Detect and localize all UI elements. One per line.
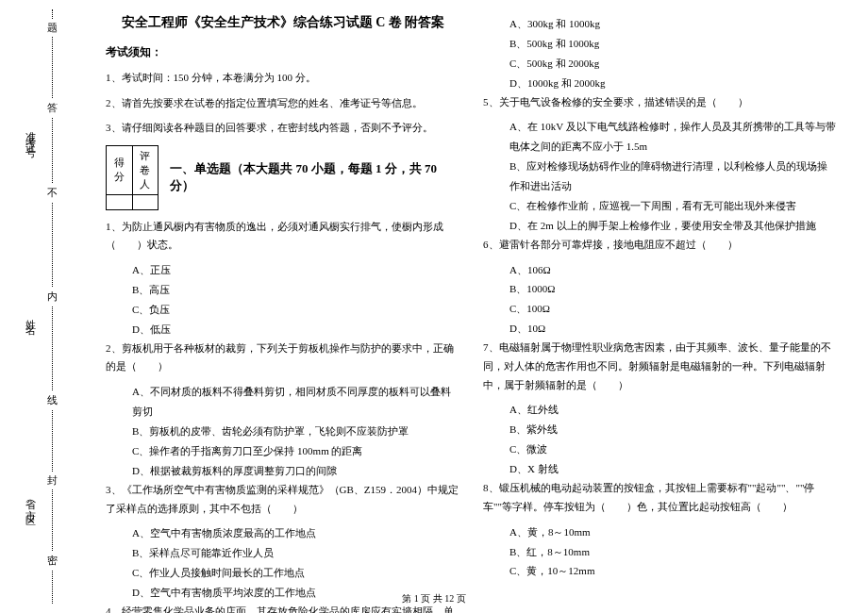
exam-title: 安全工程师《安全生产技术》综合练习试题 C 卷 附答案	[106, 14, 460, 31]
question-stem: 5、关于电气设备检修的安全要求，描述错误的是（ ）	[483, 93, 838, 112]
option: A、空气中有害物质浓度最高的工作地点	[106, 523, 460, 543]
question-stem: 2、剪板机用于各种板材的裁剪，下列关于剪板机操作与防护的要求中，正确的是（ ）	[106, 340, 460, 377]
option: C、微波	[483, 439, 838, 459]
question-stem: 8、锻压机械的电动起动装置的按钮盒，其按钮上需要标有""起动""、""停车""等…	[483, 479, 838, 517]
option: D、10Ω	[483, 319, 838, 339]
grader-cell	[132, 194, 159, 209]
option: B、剪板机的皮带、齿轮必须有防护罩，飞轮则不应装防护罩	[106, 422, 460, 441]
seal-char: 不	[47, 184, 58, 202]
column-right: A、300kg 和 1000kg B、500kg 和 1000kg C、500k…	[472, 14, 849, 613]
question-stem: 3、《工作场所空气中有害物质监测的采样规范》（GB、Z159．2004）中规定了…	[106, 481, 460, 519]
option: A、106Ω	[483, 260, 838, 280]
option: C、作业人员接触时间最长的工作地点	[106, 563, 460, 583]
question-stem: 7、电磁辐射属于物理性职业病危害因素，由于其频率、波长、量子能量的不同，对人体的…	[483, 339, 838, 394]
notice-item: 3、请仔细阅读各种题目的回答要求，在密封线内答题，否则不予评分。	[106, 120, 460, 136]
option: A、黄，8～10mm	[483, 522, 838, 542]
binding-margin: 省（市区） 姓名 准考证号 密 封 线 内 不 答 题	[0, 0, 94, 613]
option: B、500kg 和 1000kg	[483, 34, 838, 54]
option: A、正压	[106, 260, 460, 280]
page-content: 安全工程师《安全生产技术》综合练习试题 C 卷 附答案 考试须知： 1、考试时间…	[94, 14, 859, 613]
seal-char: 题	[47, 19, 58, 37]
option: B、高压	[106, 280, 460, 300]
option: A、红外线	[483, 400, 838, 420]
label-exam-id: 准考证号	[24, 123, 38, 145]
option: A、在 10kV 及以下电气线路检修时，操作人员及其所携带的工具等与带电体之间的…	[483, 117, 838, 157]
option: B、1000Ω	[483, 279, 838, 299]
question-stem: 6、避雷针各部分可靠焊接，接地电阻应不超过（ ）	[483, 236, 838, 255]
option: C、黄，10～12mm	[483, 561, 838, 581]
seal-char: 答	[47, 99, 58, 117]
notice-item: 1、考试时间：150 分钟，本卷满分为 100 分。	[106, 70, 460, 86]
option: C、负压	[106, 300, 460, 320]
option: D、X 射线	[483, 459, 838, 479]
score-cell	[107, 194, 133, 209]
option: B、红，8～10mm	[483, 542, 838, 562]
option: C、操作者的手指离剪刀口至少保持 100mm 的距离	[106, 441, 460, 461]
option: A、不同材质的板料不得叠料剪切，相同材质不同厚度的板料可以叠料剪切	[106, 382, 460, 422]
question-stem: 1、为防止通风橱内有害物质的逸出，必须对通风橱实行排气，使橱内形成（ ）状态。	[106, 218, 460, 256]
option: B、紫外线	[483, 420, 838, 439]
option: C、100Ω	[483, 299, 838, 319]
option: C、500kg 和 2000kg	[483, 54, 838, 74]
option: D、1000kg 和 2000kg	[483, 74, 838, 93]
option: C、在检修作业前，应巡视一下周围，看有无可能出现外来侵害	[483, 196, 838, 216]
score-header-grader: 评卷人	[132, 145, 159, 194]
option: D、在 2m 以上的脚手架上检修作业，要使用安全带及其他保护措施	[483, 216, 838, 236]
option: D、根据被裁剪板料的厚度调整剪刀口的间隙	[106, 461, 460, 481]
notice-heading: 考试须知：	[106, 44, 460, 60]
option: B、应对检修现场妨碍作业的障碍物进行清理，以利检修人员的现场操作和进出活动	[483, 157, 838, 196]
seal-char: 密	[47, 552, 58, 570]
part1-title: 一、单选题（本大题共 70 小题，每题 1 分，共 70 分）	[170, 160, 460, 194]
seal-char: 内	[47, 288, 58, 306]
option: D、低压	[106, 320, 460, 340]
label-name: 姓名	[24, 311, 38, 323]
score-row: 得分 评卷人 一、单选题（本大题共 70 小题，每题 1 分，共 70 分）	[106, 145, 460, 210]
score-header-score: 得分	[107, 145, 133, 194]
option: B、采样点尽可能靠近作业人员	[106, 543, 460, 563]
score-table: 得分 评卷人	[106, 145, 159, 210]
seal-char: 封	[47, 472, 58, 489]
seal-char: 线	[47, 391, 58, 409]
option: A、300kg 和 1000kg	[483, 14, 838, 34]
column-left: 安全工程师《安全生产技术》综合练习试题 C 卷 附答案 考试须知： 1、考试时间…	[94, 14, 472, 613]
notice-item: 2、请首先按要求在试卷的指定位置填写您的姓名、准考证号等信息。	[106, 95, 460, 111]
page-footer: 第 1 页 共 12 页	[0, 592, 868, 605]
label-province: 省（市区）	[24, 490, 38, 519]
